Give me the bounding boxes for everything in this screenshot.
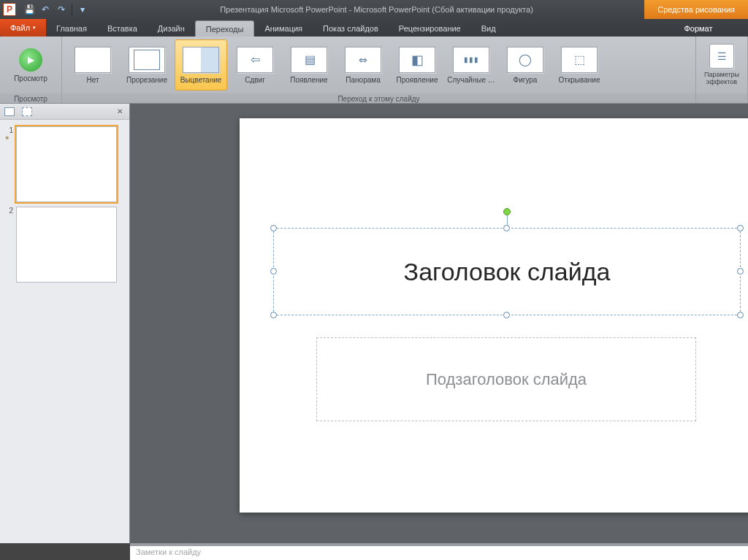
editor-scroll[interactable]: Заголовок слайда Подзаголовок слайда bbox=[130, 104, 748, 543]
group-transitions: Нет Прорезание Выцветание Сдвиг Появлени… bbox=[62, 37, 696, 103]
group-preview-label: Просмотр bbox=[0, 93, 61, 104]
transition-label: Проявление bbox=[397, 76, 438, 84]
title-bar: P 💾 ↶ ↷ ▾ Презентация Microsoft PowerPoi… bbox=[0, 0, 748, 19]
redo-icon[interactable]: ↷ bbox=[54, 2, 69, 17]
transition-indicator-icon: ✶ bbox=[4, 134, 13, 142]
thumbnail-slide[interactable] bbox=[16, 126, 117, 202]
tab-design[interactable]: Дизайн bbox=[148, 20, 195, 37]
resize-handle-e[interactable] bbox=[737, 268, 744, 275]
slide-editor: Заголовок слайда Подзаголовок слайда bbox=[130, 104, 748, 543]
transition-uncover[interactable]: Открывание bbox=[553, 39, 606, 91]
resize-handle-nw[interactable] bbox=[270, 225, 277, 231]
transition-wipe-icon bbox=[291, 47, 327, 73]
tab-slideshow[interactable]: Показ слайдов bbox=[313, 20, 389, 37]
file-tab[interactable]: Файл bbox=[0, 19, 46, 37]
rotation-connector bbox=[507, 215, 508, 226]
tab-view[interactable]: Вид bbox=[471, 20, 506, 37]
transition-label: Случайные … bbox=[447, 76, 495, 84]
transition-push[interactable]: Сдвиг bbox=[229, 39, 281, 91]
thumbnail-row[interactable]: 2 bbox=[0, 204, 129, 285]
transition-label: Панорама bbox=[346, 76, 380, 84]
transition-shape[interactable]: Фигура bbox=[499, 39, 552, 91]
outline-tab-icon[interactable] bbox=[22, 107, 32, 116]
transition-none[interactable]: Нет bbox=[66, 39, 119, 91]
transition-reveal-icon bbox=[399, 47, 435, 73]
transition-random-icon bbox=[453, 47, 489, 73]
resize-handle-sw[interactable] bbox=[270, 312, 277, 318]
notes-pane[interactable]: Заметки к слайду bbox=[130, 543, 748, 560]
slide-canvas[interactable]: Заголовок слайда Подзаголовок слайда bbox=[240, 118, 748, 513]
transition-uncover-icon bbox=[561, 47, 598, 73]
thumbnail-tabs: ✕ bbox=[0, 104, 129, 120]
tab-transitions[interactable]: Переходы bbox=[195, 20, 255, 37]
transition-cut[interactable]: Прорезание bbox=[121, 39, 173, 91]
undo-icon[interactable]: ↶ bbox=[38, 2, 53, 17]
resize-handle-n[interactable] bbox=[503, 225, 510, 231]
thumbnail-row[interactable]: 1 ✶ bbox=[0, 124, 129, 204]
app-icon: P bbox=[3, 3, 16, 16]
rotation-handle[interactable] bbox=[503, 208, 511, 215]
thumbnail-slide[interactable] bbox=[16, 207, 117, 283]
qat-separator bbox=[72, 4, 72, 15]
resize-handle-se[interactable] bbox=[737, 312, 744, 318]
tab-home[interactable]: Главная bbox=[46, 20, 97, 37]
resize-handle-w[interactable] bbox=[270, 268, 277, 275]
transition-cut-icon bbox=[129, 47, 165, 73]
transition-split[interactable]: Панорама bbox=[337, 39, 389, 91]
ribbon: ▶ Просмотр Просмотр Нет Прорезание Выцве… bbox=[0, 37, 748, 104]
qat-customize-icon[interactable]: ▾ bbox=[75, 2, 90, 17]
tab-insert[interactable]: Вставка bbox=[97, 20, 148, 37]
slide-thumbnail-panel: ✕ 1 ✶ 2 bbox=[0, 104, 130, 543]
preview-button[interactable]: ▶ Просмотр bbox=[4, 39, 57, 91]
transition-random[interactable]: Случайные … bbox=[445, 39, 497, 91]
thumbnail-number: 2 bbox=[4, 207, 13, 215]
transition-reveal[interactable]: Проявление bbox=[391, 39, 443, 91]
effect-options-icon bbox=[709, 44, 734, 69]
resize-handle-s[interactable] bbox=[503, 312, 510, 318]
transition-label: Выцветание bbox=[180, 76, 222, 84]
transition-label: Нет bbox=[86, 76, 99, 84]
title-placeholder[interactable]: Заголовок слайда bbox=[273, 228, 741, 315]
subtitle-placeholder[interactable]: Подзаголовок слайда bbox=[316, 337, 696, 421]
effect-options-button[interactable]: Параметры эффектов bbox=[701, 39, 743, 91]
resize-handle-ne[interactable] bbox=[737, 225, 744, 231]
transition-label: Фигура bbox=[514, 76, 538, 84]
save-icon[interactable]: 💾 bbox=[22, 2, 37, 17]
group-effect-options: Параметры эффектов bbox=[696, 37, 748, 103]
play-icon: ▶ bbox=[19, 48, 42, 72]
tab-animations[interactable]: Анимация bbox=[254, 20, 313, 37]
transition-shape-icon bbox=[507, 47, 543, 73]
transition-push-icon bbox=[237, 47, 273, 73]
tab-format[interactable]: Формат bbox=[649, 20, 748, 37]
notes-placeholder: Заметки к слайду bbox=[136, 548, 201, 556]
transition-label: Сдвиг bbox=[245, 76, 265, 84]
effect-options-label: Параметры эффектов bbox=[701, 72, 742, 86]
quick-access-toolbar: 💾 ↶ ↷ ▾ bbox=[19, 2, 93, 17]
group-transitions-label: Переход к этому слайду bbox=[62, 93, 695, 104]
transition-fade-icon bbox=[183, 47, 219, 73]
transition-label: Прорезание bbox=[126, 76, 167, 84]
slides-tab-icon[interactable] bbox=[4, 107, 15, 116]
workspace: ✕ 1 ✶ 2 bbox=[0, 104, 748, 543]
transition-fade[interactable]: Выцветание bbox=[175, 39, 227, 91]
transition-none-icon bbox=[75, 47, 111, 73]
title-text[interactable]: Заголовок слайда bbox=[404, 258, 611, 286]
contextual-tab-header: Средства рисования bbox=[644, 0, 748, 19]
preview-button-label: Просмотр bbox=[14, 74, 47, 83]
transition-label: Появление bbox=[290, 76, 327, 84]
group-preview: ▶ Просмотр Просмотр bbox=[0, 37, 62, 103]
group-effects-label bbox=[696, 93, 747, 104]
transition-label: Открывание bbox=[559, 76, 600, 84]
close-panel-icon[interactable]: ✕ bbox=[115, 106, 125, 116]
tab-review[interactable]: Рецензирование bbox=[389, 20, 471, 37]
transition-split-icon bbox=[345, 47, 381, 73]
thumbnail-list[interactable]: 1 ✶ 2 bbox=[0, 120, 129, 543]
transition-wipe[interactable]: Появление bbox=[283, 39, 335, 91]
ribbon-tabs: Файл Главная Вставка Дизайн Переходы Ани… bbox=[0, 19, 748, 37]
thumbnail-number: 1 bbox=[4, 126, 13, 134]
subtitle-text[interactable]: Подзаголовок слайда bbox=[426, 370, 587, 389]
